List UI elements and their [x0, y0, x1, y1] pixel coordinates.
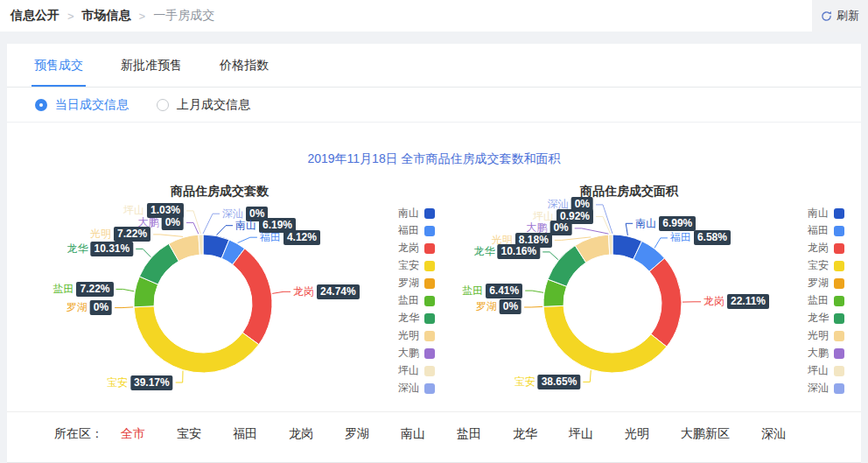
top-bar: 信息公开 > 市场信息 > 一手房成交 刷新	[0, 0, 868, 32]
legend-item[interactable]: 盐田	[788, 292, 844, 309]
district-option[interactable]: 龙岗	[289, 426, 313, 440]
legend-item[interactable]: 深汕	[788, 380, 844, 396]
legend-item[interactable]: 大鹏	[379, 345, 435, 361]
legend-item[interactable]: 深汕	[379, 380, 435, 396]
legend-swatch-icon	[834, 348, 844, 359]
label-leader-line	[542, 252, 558, 260]
refresh-label: 刷新	[836, 8, 859, 24]
legend-item[interactable]: 光明	[788, 327, 844, 344]
radio-today-label: 当日成交信息	[55, 97, 129, 113]
pie-slice[interactable]	[134, 306, 259, 373]
breadcrumb: 信息公开 > 市场信息 > 一手房成交	[10, 8, 214, 24]
legend-item[interactable]: 龙华	[379, 310, 435, 326]
legend-label: 龙华	[788, 311, 829, 326]
district-option[interactable]: 罗湖	[345, 426, 369, 440]
district-option[interactable]: 盐田	[457, 426, 481, 440]
slice-label-name: 南山	[235, 218, 256, 233]
charts-row: 商品住房成交套数深汕0%南山6.19%福田4.12%龙岗24.74%坪山1.03…	[23, 177, 844, 411]
radio-last-month-label: 上月成交信息	[177, 97, 250, 113]
slice-label-value: 0%	[90, 300, 112, 315]
refresh-icon	[821, 11, 832, 22]
pie-slice[interactable]	[233, 249, 272, 345]
legend-item[interactable]: 宝安	[788, 257, 844, 274]
pie-slice[interactable]	[608, 235, 612, 255]
label-leader-line	[272, 291, 290, 293]
pie-slice[interactable]	[649, 258, 682, 347]
slice-label-value: 39.17%	[130, 375, 173, 390]
tab-presale-deals[interactable]: 预售成交	[32, 58, 86, 87]
legend-item[interactable]: 龙岗	[379, 240, 435, 256]
legend-item[interactable]: 光明	[379, 327, 435, 344]
legend-item[interactable]: 罗湖	[788, 275, 844, 291]
chart-legend: 南山福田龙岗宝安罗湖盐田龙华光明大鹏坪山深汕	[379, 205, 435, 397]
legend-swatch-icon	[834, 331, 844, 341]
slice-label: 宝安39.17%	[107, 375, 173, 390]
legend-label: 大鹏	[788, 346, 829, 361]
legend-item[interactable]: 罗湖	[379, 275, 435, 291]
slice-label-name: 罗湖	[66, 300, 88, 315]
breadcrumb-separator-icon: >	[139, 10, 146, 23]
tab-price-index[interactable]: 价格指数	[217, 58, 271, 87]
radio-today-deals[interactable]: 当日成交信息	[35, 97, 129, 113]
legend-item[interactable]: 坪山	[379, 362, 435, 379]
content-card: 预售成交 新批准预售 价格指数 当日成交信息 上月成交信息 2019年11月18…	[7, 44, 861, 463]
legend-item[interactable]: 龙岗	[788, 240, 844, 256]
radio-unselected-icon	[157, 99, 169, 111]
label-leader-line	[217, 226, 234, 235]
legend-swatch-icon	[834, 313, 844, 324]
district-option[interactable]: 南山	[401, 426, 425, 440]
legend-item[interactable]: 宝安	[379, 257, 435, 274]
district-option[interactable]: 宝安	[177, 426, 201, 440]
district-option[interactable]: 龙华	[513, 426, 537, 440]
slice-label-value: 24.74%	[317, 284, 360, 299]
district-option[interactable]: 福田	[233, 426, 257, 440]
slice-label-value: 0%	[550, 221, 571, 235]
legend-label: 盐田	[788, 293, 829, 308]
district-option[interactable]: 大鹏新区	[681, 426, 730, 440]
radio-last-month-deals[interactable]: 上月成交信息	[157, 97, 250, 113]
slice-label-value: 0%	[500, 299, 522, 314]
breadcrumb-link-market-info[interactable]: 市场信息	[82, 8, 131, 24]
slice-label-name: 福田	[260, 230, 281, 245]
slice-label-value: 7.22%	[76, 282, 113, 297]
chart-deal-units-donut: 商品住房成交套数深汕0%南山6.19%福田4.12%龙岗24.74%坪山1.03…	[23, 177, 434, 411]
legend-item[interactable]: 南山	[788, 205, 844, 221]
district-filter-row: 所在区：全市宝安福田龙岗罗湖南山盐田龙华坪山光明大鹏新区深汕	[7, 411, 861, 463]
district-option[interactable]: 光明	[625, 426, 649, 440]
pie-slice[interactable]	[199, 235, 203, 255]
district-filter-label: 所在区：	[54, 426, 103, 440]
label-leader-line	[153, 235, 183, 237]
label-leader-line	[203, 214, 220, 234]
district-option[interactable]: 深汕	[761, 426, 786, 440]
legend-swatch-icon	[834, 208, 844, 219]
legend-item[interactable]: 福田	[788, 222, 844, 239]
label-leader-line	[596, 216, 611, 234]
legend-swatch-icon	[834, 261, 844, 271]
legend-label: 龙岗	[788, 241, 829, 256]
legend-item[interactable]: 坪山	[788, 362, 844, 379]
legend-label: 龙华	[379, 311, 419, 326]
legend-item[interactable]: 龙华	[788, 310, 844, 326]
slice-label: 龙华10.31%	[67, 241, 134, 256]
slice-label-name: 光明	[90, 227, 111, 242]
refresh-button[interactable]: 刷新	[812, 0, 868, 32]
legend-label: 宝安	[379, 258, 419, 273]
district-option[interactable]: 全市	[121, 426, 145, 440]
slice-label: 龙岗24.74%	[293, 284, 360, 299]
legend-item[interactable]: 盐田	[379, 292, 435, 309]
slice-label-name: 龙岗	[293, 284, 314, 299]
tab-new-approved-presale[interactable]: 新批准预售	[118, 58, 185, 87]
legend-item[interactable]: 福田	[379, 222, 435, 239]
pie-slice[interactable]	[543, 305, 667, 373]
legend-label: 盐田	[379, 293, 419, 308]
legend-label: 深汕	[788, 381, 829, 396]
slice-label: 龙华10.16%	[473, 244, 540, 260]
district-option[interactable]: 坪山	[569, 426, 593, 440]
slice-label-name: 盐田	[462, 284, 483, 298]
slice-label-name: 盐田	[52, 282, 74, 297]
legend-item[interactable]: 大鹏	[788, 345, 844, 361]
chart-legend: 南山福田龙岗宝安罗湖盐田龙华光明大鹏坪山深汕	[788, 205, 844, 397]
legend-item[interactable]: 南山	[379, 205, 435, 221]
breadcrumb-link-info-disclosure[interactable]: 信息公开	[10, 8, 60, 24]
legend-swatch-icon	[834, 296, 844, 306]
